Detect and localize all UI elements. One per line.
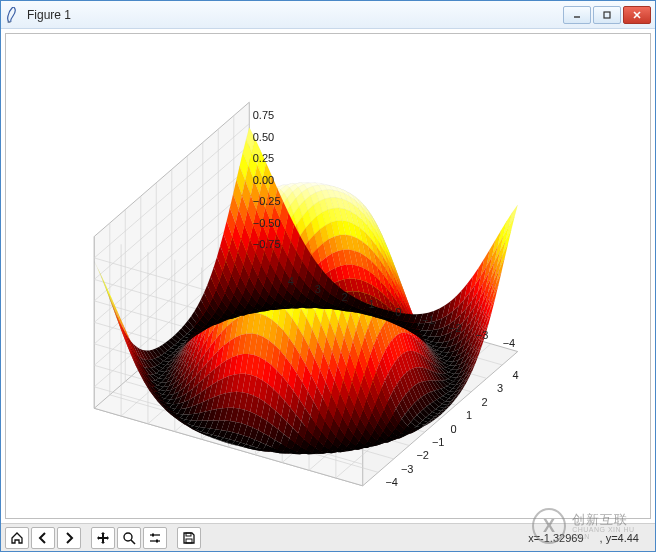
configure-button[interactable] bbox=[143, 527, 167, 549]
svg-text:3: 3 bbox=[497, 382, 503, 394]
titlebar: Figure 1 bbox=[1, 1, 655, 29]
zoom-button[interactable] bbox=[117, 527, 141, 549]
svg-text:−0.75: −0.75 bbox=[253, 238, 281, 250]
home-button[interactable] bbox=[5, 527, 29, 549]
svg-text:−0.50: −0.50 bbox=[253, 217, 281, 229]
svg-text:−4: −4 bbox=[385, 476, 398, 488]
minimize-button[interactable] bbox=[563, 6, 591, 24]
svg-text:0.25: 0.25 bbox=[253, 152, 274, 164]
svg-text:0.00: 0.00 bbox=[253, 174, 274, 186]
home-icon bbox=[10, 531, 24, 545]
save-button[interactable] bbox=[177, 527, 201, 549]
svg-text:−2: −2 bbox=[449, 322, 462, 334]
app-icon bbox=[5, 7, 21, 23]
svg-text:−4: −4 bbox=[503, 337, 516, 349]
svg-text:−1: −1 bbox=[432, 436, 445, 448]
figure-window: Figure 1 −4−3−2−101234−4−3−2−101234−0.75… bbox=[0, 0, 656, 552]
back-button[interactable] bbox=[31, 527, 55, 549]
coord-y-label: , y= bbox=[600, 532, 618, 544]
forward-button[interactable] bbox=[57, 527, 81, 549]
svg-rect-2392 bbox=[156, 539, 158, 542]
svg-text:1: 1 bbox=[368, 298, 374, 310]
arrow-right-icon bbox=[62, 531, 76, 545]
svg-text:4: 4 bbox=[513, 369, 519, 381]
svg-text:0: 0 bbox=[451, 423, 457, 435]
close-button[interactable] bbox=[623, 6, 651, 24]
svg-text:−3: −3 bbox=[476, 329, 489, 341]
svg-text:−2: −2 bbox=[416, 449, 429, 461]
maximize-button[interactable] bbox=[593, 6, 621, 24]
sliders-icon bbox=[148, 531, 162, 545]
svg-rect-2393 bbox=[186, 533, 191, 536]
coord-x-label: x= bbox=[528, 532, 540, 544]
svg-point-0 bbox=[8, 21, 11, 22]
arrow-left-icon bbox=[36, 531, 50, 545]
svg-text:0: 0 bbox=[395, 306, 401, 318]
window-title: Figure 1 bbox=[27, 8, 563, 22]
coord-x-value: -1.32969 bbox=[540, 532, 583, 544]
svg-text:2: 2 bbox=[342, 291, 348, 303]
pan-button[interactable] bbox=[91, 527, 115, 549]
svg-text:0.50: 0.50 bbox=[253, 131, 274, 143]
plot-canvas[interactable]: −4−3−2−101234−4−3−2−101234−0.75−0.50−0.2… bbox=[5, 33, 651, 519]
svg-rect-2 bbox=[604, 12, 610, 18]
svg-rect-2390 bbox=[152, 533, 154, 536]
move-icon bbox=[96, 531, 110, 545]
coord-readout: x=-1.32969 , y=4.44 bbox=[528, 532, 639, 544]
svg-text:2: 2 bbox=[482, 396, 488, 408]
svg-text:0.75: 0.75 bbox=[253, 109, 274, 121]
svg-text:4: 4 bbox=[288, 275, 294, 287]
window-controls bbox=[563, 6, 651, 24]
matplotlib-toolbar: x=-1.32969 , y=4.44 bbox=[1, 523, 655, 551]
surface-plot: −4−3−2−101234−4−3−2−101234−0.75−0.50−0.2… bbox=[6, 34, 650, 519]
svg-line-2388 bbox=[131, 540, 135, 544]
svg-text:3: 3 bbox=[315, 283, 321, 295]
svg-point-2387 bbox=[124, 533, 132, 541]
svg-text:−3: −3 bbox=[401, 463, 414, 475]
zoom-icon bbox=[122, 531, 136, 545]
save-icon bbox=[182, 531, 196, 545]
svg-text:1: 1 bbox=[466, 409, 472, 421]
svg-text:−0.25: −0.25 bbox=[253, 195, 281, 207]
svg-text:−1: −1 bbox=[422, 314, 435, 326]
coord-y-value: 4.44 bbox=[618, 532, 639, 544]
